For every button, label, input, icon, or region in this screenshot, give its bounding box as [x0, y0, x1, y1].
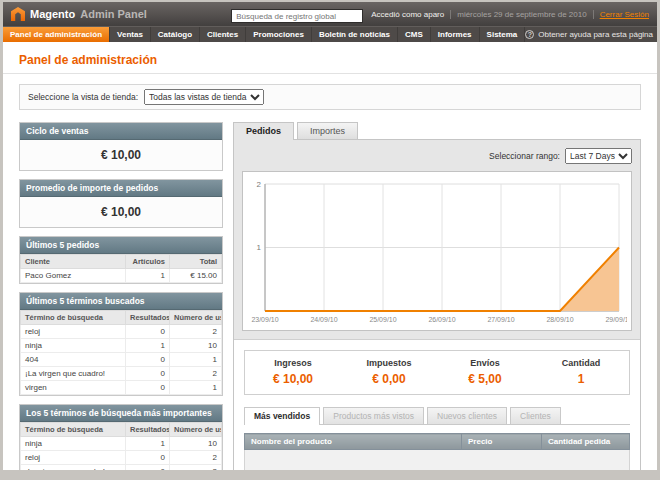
search-term-row[interactable]: ¡La virgen que cuadro! 0 2 [21, 367, 222, 381]
nav-item-label: Informes [438, 30, 472, 39]
nav-item-catalogo[interactable]: Catálogo [151, 27, 200, 42]
tab-pedidos[interactable]: Pedidos [233, 122, 294, 140]
column-header: Cliente [21, 255, 126, 269]
dashboard-columns: Ciclo de ventas € 10,00 Promedio de impo… [19, 122, 641, 470]
stat-label: Cantidad [533, 358, 629, 368]
main-nav: Panel de administración Ventas Catálogo … [3, 26, 657, 42]
svg-text:27/09/10: 27/09/10 [487, 316, 514, 323]
orders-chart: 1223/09/1024/09/1025/09/1026/09/1027/09/… [247, 176, 627, 326]
dashboard-main: Pedidos Importes Seleccionar rango: Last… [233, 122, 641, 470]
store-view-select[interactable]: Todas las vistas de tienda [144, 89, 264, 105]
panel-title: Promedio de importe de pedidos [20, 180, 222, 197]
average-orders-value: € 10,00 [20, 197, 222, 227]
nav-item-sistema[interactable]: Sistema [480, 27, 526, 42]
search-uses: 10 [170, 339, 222, 353]
search-term-row[interactable]: ninja 1 10 [21, 437, 222, 451]
search-term: ninja [21, 437, 126, 451]
search-term: ninja [21, 339, 126, 353]
nav-item-label: Promociones [253, 30, 304, 39]
stat-cantidad: Cantidad 1 [533, 358, 629, 386]
header-user-info: Accedió como aparo miércoles 29 de septi… [371, 10, 649, 19]
search-uses: 2 [170, 465, 222, 471]
stat-impuestos: Impuestos € 0,00 [341, 358, 437, 386]
nav-item-clientes[interactable]: Clientes [200, 27, 246, 42]
panel-title: Últimos 5 pedidos [20, 237, 222, 254]
page-title: Panel de administración [19, 46, 641, 73]
stat-envios: Envíos € 5,00 [437, 358, 533, 386]
totals-bar: Ingresos € 10,00 Impuestos € 0,00 Envíos… [244, 350, 630, 395]
order-customer: Paco Gomez [21, 269, 126, 283]
range-selector-row: Seleccionar rango: Last 7 Days [242, 148, 632, 171]
top-search-terms-panel: Los 5 términos de búsqueda más important… [19, 404, 223, 470]
search-results: 0 [126, 367, 170, 381]
help-link[interactable]: ? Obtener ayuda para esta página [525, 27, 653, 42]
search-term-row[interactable]: reloj 0 2 [21, 451, 222, 465]
search-term: reloj [21, 325, 126, 339]
divider [3, 73, 657, 74]
search-term: virgen [21, 381, 126, 395]
nav-item-label: Ventas [117, 30, 143, 39]
search-term-row[interactable]: virgen 0 1 [21, 381, 222, 395]
tab-nuevos-clientes[interactable]: Nuevos clientes [427, 407, 507, 424]
nav-item-label: Clientes [207, 30, 238, 39]
order-total: € 15.00 [170, 269, 222, 283]
search-term-row[interactable]: ¡La virgen que cuadro! 0 2 [21, 465, 222, 471]
column-header: Término de búsqueda [21, 311, 126, 325]
panel-title: Los 5 términos de búsqueda más important… [20, 405, 222, 422]
search-results: 0 [126, 353, 170, 367]
separator [593, 10, 594, 19]
logout-link[interactable]: Cerrar Sesión [600, 10, 649, 19]
global-search-input[interactable] [231, 9, 363, 23]
top-header: Magento Admin Panel Accedió como aparo m… [3, 2, 657, 26]
search-term-row[interactable]: 404 0 1 [21, 353, 222, 367]
top-search-terms-table: Término de búsqueda Resultados Número de… [20, 422, 222, 470]
stat-value: € 5,00 [437, 372, 533, 386]
column-header: Resultados [126, 423, 170, 437]
magento-admin-page: Magento Admin Panel Accedió como aparo m… [3, 2, 657, 470]
store-view-label: Seleccione la vista de tienda: [28, 92, 138, 102]
column-header: Total [170, 255, 222, 269]
column-header: Artículos [126, 255, 170, 269]
nav-item-ventas[interactable]: Ventas [110, 27, 151, 42]
svg-text:24/09/10: 24/09/10 [310, 316, 337, 323]
nav-item-label: Catálogo [158, 30, 192, 39]
tab-mas-vendidos[interactable]: Más vendidos [244, 407, 320, 425]
global-search [231, 5, 363, 24]
search-term: ¡La virgen que cuadro! [21, 465, 126, 471]
search-term-row[interactable]: ninja 1 10 [21, 339, 222, 353]
order-row[interactable]: Paco Gomez 1 € 15.00 [21, 269, 222, 283]
range-select[interactable]: Last 7 Days [565, 148, 632, 164]
nav-item-cms[interactable]: CMS [398, 27, 431, 42]
search-uses: 2 [170, 367, 222, 381]
search-term: reloj [21, 451, 126, 465]
tab-productos-mas-vistos[interactable]: Productos más vistos [323, 407, 424, 424]
content-area: Panel de administración Seleccione la vi… [3, 42, 657, 470]
nav-item-promociones[interactable]: Promociones [246, 27, 312, 42]
last-orders-panel: Últimos 5 pedidos Cliente Artículos Tota… [19, 236, 223, 284]
logged-in-text: Accedió como aparo [371, 10, 444, 19]
search-term-row[interactable]: reloj 0 2 [21, 325, 222, 339]
stat-label: Envíos [437, 358, 533, 368]
nav-item-informes[interactable]: Informes [431, 27, 480, 42]
magento-logo[interactable]: Magento Admin Panel [11, 7, 147, 21]
nav-item-panel-administracion[interactable]: Panel de administración [3, 27, 110, 42]
column-header: Precio [462, 434, 542, 450]
tab-importes[interactable]: Importes [297, 122, 358, 139]
svg-text:28/09/10: 28/09/10 [546, 316, 573, 323]
search-results: 0 [126, 465, 170, 471]
column-header: Nombre del producto [245, 434, 462, 450]
search-results: 0 [126, 451, 170, 465]
lifetime-sales-value: € 10,00 [20, 140, 222, 170]
range-label: Seleccionar rango: [489, 151, 560, 161]
order-items: 1 [126, 269, 170, 283]
dashboard-sidebar: Ciclo de ventas € 10,00 Promedio de impo… [19, 122, 223, 470]
tab-clientes[interactable]: Clientes [510, 407, 561, 424]
lifetime-sales-panel: Ciclo de ventas € 10,00 [19, 122, 223, 171]
brand-name: Magento [30, 8, 75, 20]
last-orders-table: Cliente Artículos Total Paco Gomez 1 € 1… [20, 254, 222, 283]
search-term: ¡La virgen que cuadro! [21, 367, 126, 381]
nav-item-boletin[interactable]: Boletín de noticias [312, 27, 398, 42]
search-results: 1 [126, 437, 170, 451]
search-results: 0 [126, 381, 170, 395]
store-view-switcher: Seleccione la vista de tienda: Todas las… [19, 84, 641, 110]
